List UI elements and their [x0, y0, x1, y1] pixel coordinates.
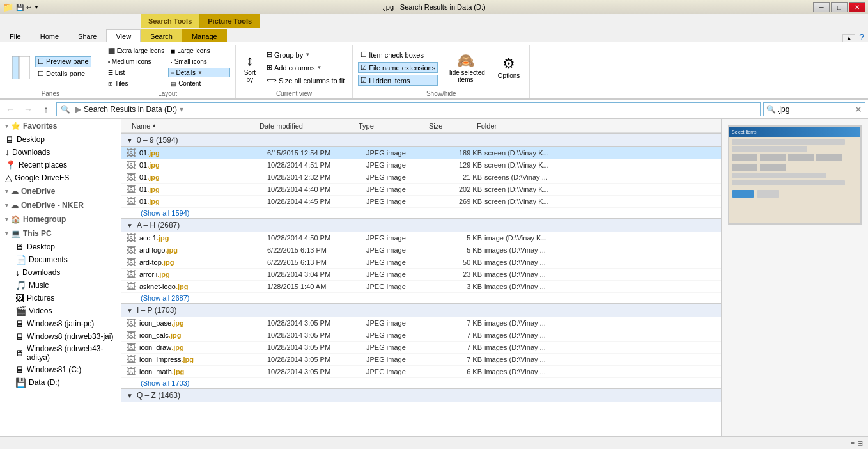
- tab-view[interactable]: View: [106, 29, 141, 42]
- forward-button[interactable]: →: [20, 102, 36, 117]
- large-icons-button[interactable]: ◼ Large icons: [168, 46, 229, 56]
- col-name[interactable]: Name ▲: [127, 122, 254, 130]
- sidebar-item-pc-desktop[interactable]: 🖥 Desktop: [0, 240, 121, 253]
- details-view-toggle[interactable]: ≡: [851, 439, 855, 448]
- sidebar-item-pc-music[interactable]: 🎵 Music: [0, 279, 121, 292]
- large-view-toggle[interactable]: ⊞: [857, 439, 863, 448]
- preview-pane-button[interactable]: ☐ Preview pane: [35, 56, 91, 67]
- sidebar-item-desktop[interactable]: 🖥 Desktop: [0, 133, 121, 146]
- section-A-H[interactable]: ▼ A – H (2687): [121, 218, 721, 232]
- content-button[interactable]: ▤ Content: [168, 79, 229, 88]
- help-button[interactable]: ?: [855, 32, 868, 42]
- back-button[interactable]: ←: [3, 102, 18, 117]
- thispc-group[interactable]: ▾ 💻 This PC: [0, 226, 121, 240]
- section-Q-Z[interactable]: ▼ Q – Z (1463): [121, 388, 721, 402]
- table-row[interactable]: 🖼 icon_math.jpg 10/28/2014 3:05 PM JPEG …: [121, 366, 721, 378]
- size-all-columns-button[interactable]: ⟺ Size all columns to fit: [264, 75, 347, 86]
- sidebar-item-data-d[interactable]: 💾 Data (D:): [0, 376, 121, 389]
- hide-selected-items-button[interactable]: 🙈 Hide selecteditems: [442, 51, 490, 85]
- preview-checkboxes: [732, 154, 858, 171]
- sidebar-item-downloads-fav[interactable]: ↓ Downloads: [0, 146, 121, 159]
- list-button[interactable]: ☰ List: [105, 68, 167, 77]
- table-row[interactable]: 🖼 icon_draw.jpg 10/28/2014 3:05 PM JPEG …: [121, 342, 721, 354]
- ribbon-collapse[interactable]: ▲: [842, 34, 855, 42]
- file-name-extensions-toggle[interactable]: ☑ File name extensions: [358, 62, 438, 73]
- table-row[interactable]: 🖼 arrorli.jpg 10/28/2014 3:04 PM JPEG im…: [121, 269, 721, 281]
- table-row[interactable]: 🖼 01.jpg 6/15/2015 12:54 PM JPEG image 1…: [121, 147, 721, 159]
- details-button[interactable]: ≡ Details ▼: [168, 68, 229, 77]
- win8-jatin-icon: 🖥: [15, 319, 24, 329]
- search-clear-button[interactable]: ✕: [855, 104, 862, 114]
- file-folder: images (D:\Vinay ...: [484, 356, 600, 363]
- table-row[interactable]: 🖼 icon_calc.jpg 10/28/2014 3:05 PM JPEG …: [121, 329, 721, 342]
- up-button[interactable]: ↑: [38, 102, 54, 117]
- navigation-pane-button[interactable]: ☐ Preview pane ☐ Details pane: [6, 51, 95, 85]
- details-pane-button[interactable]: ☐ Details pane: [35, 68, 91, 79]
- section-0-9[interactable]: ▼ 0 – 9 (1594): [121, 133, 721, 147]
- tab-search[interactable]: Search: [141, 29, 182, 42]
- table-row[interactable]: 🖼 01.jpg 10/28/2014 4:51 PM JPEG image 1…: [121, 159, 721, 171]
- sidebar-item-recent-places[interactable]: 📍 Recent places: [0, 159, 121, 171]
- table-row[interactable]: 🖼 icon_Impress.jpg 10/28/2014 3:05 PM JP…: [121, 354, 721, 366]
- file-type: JPEG image: [366, 343, 437, 351]
- table-row[interactable]: 🖼 01.jpg 10/28/2014 2:32 PM JPEG image 2…: [121, 171, 721, 184]
- sidebar-item-pc-pictures[interactable]: 🖼 Pictures: [0, 292, 121, 304]
- sidebar-item-pc-videos[interactable]: 🎬 Videos: [0, 304, 121, 317]
- sidebar-item-win8-ndrweb33[interactable]: 🖥 Windows8 (ndrweb33-jai): [0, 330, 121, 343]
- col-date[interactable]: Date modified: [254, 122, 353, 130]
- col-folder[interactable]: Folder: [472, 122, 587, 130]
- sort-icon: ↕: [246, 52, 253, 69]
- small-icons-button[interactable]: · Small icons: [168, 57, 229, 67]
- tiles-button[interactable]: ⊞ Tiles: [105, 79, 167, 88]
- tab-share[interactable]: Share: [68, 29, 106, 42]
- table-row[interactable]: 🖼 ard-logo.jpg 6/22/2015 6:13 PM JPEG im…: [121, 244, 721, 256]
- table-row[interactable]: 🖼 01.jpg 10/28/2014 4:40 PM JPEG image 2…: [121, 184, 721, 196]
- sidebar-item-pc-documents[interactable]: 📄 Documents: [0, 253, 121, 266]
- item-check-boxes-toggle[interactable]: ☐ Item check boxes: [358, 49, 438, 60]
- table-row[interactable]: 🖼 01.jpg 10/28/2014 4:45 PM JPEG image 2…: [121, 196, 721, 208]
- col-size[interactable]: Size: [424, 122, 472, 130]
- table-row[interactable]: 🖼 ard-top.jpg 6/22/2015 6:13 PM JPEG ima…: [121, 256, 721, 269]
- quick-access-save[interactable]: 💾: [16, 4, 24, 11]
- quick-access-undo[interactable]: ↩: [26, 4, 31, 11]
- group-by-button[interactable]: ⊟ Group by ▼: [264, 49, 347, 60]
- preview-chk-2: [760, 154, 786, 161]
- medium-icons-button[interactable]: ▪ Medium icons: [105, 57, 167, 67]
- table-row[interactable]: 🖼 icon_base.jpg 10/28/2014 3:05 PM JPEG …: [121, 317, 721, 329]
- homegroup-group[interactable]: ▾ 🏠 Homegroup: [0, 212, 121, 226]
- quick-access-dropdown[interactable]: ▼: [34, 4, 39, 10]
- maximize-button[interactable]: □: [831, 2, 848, 12]
- search-box[interactable]: 🔍 ✕: [763, 102, 865, 116]
- col-type[interactable]: Type: [353, 122, 424, 130]
- minimize-button[interactable]: ─: [813, 2, 830, 12]
- add-columns-button[interactable]: ⊞ Add columns ▼: [264, 62, 347, 73]
- medium-icon: ▪: [108, 59, 110, 65]
- favorites-group[interactable]: ▾ ⭐ Favorites: [0, 119, 121, 133]
- show-all-A-H[interactable]: (Show all 2687): [121, 293, 721, 303]
- show-all-I-P[interactable]: (Show all 1703): [121, 378, 721, 388]
- table-row[interactable]: 🖼 asknet-logo.jpg 1/28/2015 1:40 AM JPEG…: [121, 281, 721, 293]
- file-name: icon_draw.jpg: [139, 343, 267, 351]
- file-size: 5 KB: [437, 234, 484, 242]
- tab-home[interactable]: Home: [31, 29, 68, 42]
- file-folder: screen (D:\Vinay K...: [484, 185, 600, 193]
- sort-by-button[interactable]: ↕ Sortby: [241, 51, 259, 85]
- sidebar-item-win81c[interactable]: 🖥 Windows81 (C:): [0, 363, 121, 376]
- tab-file[interactable]: File: [0, 29, 31, 42]
- table-row[interactable]: 🖼 acc-1.jpg 10/28/2014 4:50 PM JPEG imag…: [121, 232, 721, 244]
- show-all-0-9[interactable]: (Show all 1594): [121, 208, 721, 218]
- sidebar-item-win8-jatin[interactable]: 🖥 Windows8 (jatin-pc): [0, 317, 121, 330]
- options-button[interactable]: ⚙ Options: [493, 54, 524, 81]
- sidebar-item-win8-ndrweb43[interactable]: 🖥 Windows8 (ndrweb43-aditya): [0, 343, 121, 363]
- address-path[interactable]: 🔍 ▶ Search Results in Data (D:) ▾: [56, 102, 761, 116]
- onedrive-group[interactable]: ▾ ☁ OneDrive: [0, 184, 121, 198]
- sidebar-item-pc-downloads[interactable]: ↓ Downloads: [0, 266, 121, 279]
- extra-large-icons-button[interactable]: ⬛ Extra large icons: [105, 46, 167, 56]
- close-button[interactable]: ✕: [849, 2, 865, 12]
- hidden-items-toggle[interactable]: ☑ Hidden items: [358, 75, 438, 86]
- tab-manage[interactable]: Manage: [182, 29, 227, 42]
- sidebar-item-google-drive[interactable]: △ Google DriveFS: [0, 171, 121, 184]
- section-I-P[interactable]: ▼ I – P (1703): [121, 303, 721, 317]
- search-input[interactable]: [777, 105, 855, 114]
- onedrive-nker-group[interactable]: ▾ ☁ OneDrive - NKER: [0, 198, 121, 212]
